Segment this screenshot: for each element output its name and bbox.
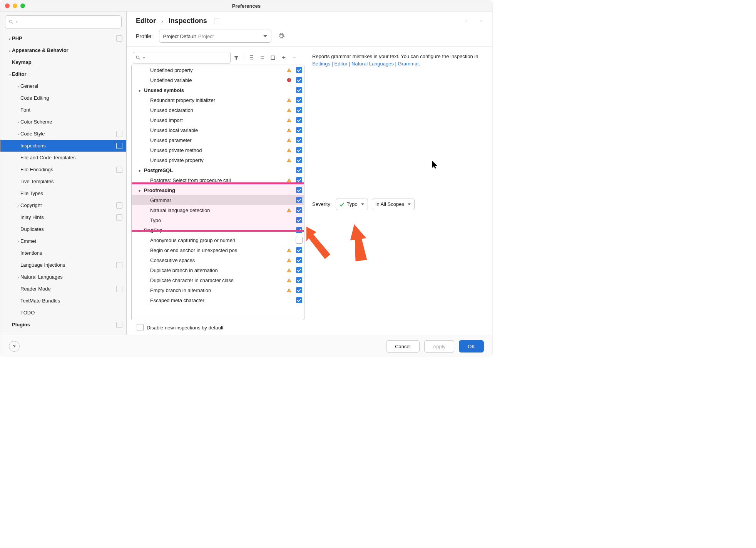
sidebar-search-input[interactable]: ▾ (5, 15, 122, 28)
inspection-enabled-checkbox[interactable] (296, 137, 302, 143)
apply-button[interactable]: Apply (424, 340, 455, 353)
inspection-enabled-checkbox[interactable] (296, 77, 302, 83)
inspection-group-proofreading[interactable]: Proofreading (132, 185, 304, 195)
inspection-enabled-checkbox[interactable] (296, 87, 302, 93)
sidebar-item-appearance-behavior[interactable]: ›Appearance & Behavior (0, 44, 126, 56)
inspection-item-grammar[interactable]: Grammar (132, 195, 304, 205)
inspection-item-escaped-meta-character[interactable]: Escaped meta character (132, 295, 304, 305)
inspection-enabled-checkbox[interactable] (296, 147, 302, 153)
inspection-enabled-checkbox[interactable] (296, 237, 303, 244)
sidebar-tree[interactable]: ›PHP›Appearance & BehaviorKeymap⌄Editor›… (0, 31, 126, 335)
inspection-item-natural-language-detection[interactable]: Natural language detection (132, 205, 304, 215)
inspection-enabled-checkbox[interactable] (296, 267, 302, 273)
inspection-enabled-checkbox[interactable] (296, 157, 302, 163)
inspection-item-redundant-property-initializer[interactable]: Redundant property initializer (132, 95, 304, 105)
sidebar-item-code-style[interactable]: ›Code Style (0, 128, 126, 140)
inspection-item-unused-private-property[interactable]: Unused private property (132, 155, 304, 165)
sidebar-item-duplicates[interactable]: Duplicates (0, 223, 126, 235)
ok-button[interactable]: OK (459, 340, 484, 353)
inspection-enabled-checkbox[interactable] (296, 277, 302, 283)
inspection-item-postgres-select-from-procedure-call[interactable]: Postgres: Select from procedure call (132, 175, 304, 185)
remove-icon[interactable]: − (289, 53, 299, 63)
reset-icon[interactable] (268, 53, 278, 63)
sidebar-item-copyright[interactable]: ›Copyright (0, 199, 126, 211)
inspection-enabled-checkbox[interactable] (296, 177, 302, 183)
severity-dropdown[interactable]: Typo (336, 199, 368, 210)
inspection-item-unused-parameter[interactable]: Unused parameter (132, 135, 304, 145)
sidebar-item-font[interactable]: Font (0, 104, 126, 116)
inspection-enabled-checkbox[interactable] (296, 247, 302, 253)
inspection-item-undefined-property[interactable]: Undefined property (132, 65, 304, 75)
inspection-enabled-checkbox[interactable] (296, 167, 302, 173)
sidebar-item-todo[interactable]: TODO (0, 307, 126, 319)
inspection-item-undefined-variable[interactable]: Undefined variable (132, 75, 304, 85)
sidebar-item-language-injections[interactable]: Language Injections (0, 259, 126, 271)
inspection-enabled-checkbox[interactable] (296, 127, 302, 133)
forward-button[interactable]: → (476, 17, 483, 25)
sidebar-item-emmet[interactable]: ›Emmet (0, 235, 126, 247)
inspection-item-unused-local-variable[interactable]: Unused local variable (132, 125, 304, 135)
inspection-enabled-checkbox[interactable] (296, 287, 302, 293)
inspection-enabled-checkbox[interactable] (296, 257, 302, 263)
zoom-window-button[interactable] (20, 3, 25, 8)
inspection-enabled-checkbox[interactable] (296, 97, 302, 103)
inspection-item-unused-import[interactable]: Unused import (132, 115, 304, 125)
expand-all-icon[interactable] (246, 53, 256, 63)
inspection-settings-link[interactable]: Settings | Editor | Natural Languages | … (312, 61, 419, 67)
sidebar-item-file-types[interactable]: File Types (0, 187, 126, 199)
inspection-item-typo[interactable]: Typo (132, 215, 304, 225)
breadcrumb-root[interactable]: Editor (136, 17, 156, 25)
sidebar-item-file-encodings[interactable]: File Encodings (0, 164, 126, 175)
inspection-item-unused-declaration[interactable]: Unused declaration (132, 105, 304, 115)
inspection-group-regexp[interactable]: RegExp (132, 225, 304, 235)
inspection-enabled-checkbox[interactable] (296, 207, 302, 213)
sidebar-item-color-scheme[interactable]: ›Color Scheme (0, 116, 126, 128)
close-window-button[interactable] (5, 3, 10, 8)
inspection-group-unused-symbols[interactable]: Unused symbols (132, 85, 304, 95)
minimize-window-button[interactable] (13, 3, 17, 8)
cancel-button[interactable]: Cancel (386, 340, 419, 353)
sidebar-item-plugins[interactable]: Plugins (0, 319, 126, 331)
inspection-item-unused-private-method[interactable]: Unused private method (132, 145, 304, 155)
sidebar-item-reader-mode[interactable]: Reader Mode (0, 283, 126, 295)
inspection-item-duplicate-branch-in-alternation[interactable]: Duplicate branch in alternation (132, 265, 304, 275)
filter-icon[interactable] (231, 53, 241, 63)
scope-dropdown[interactable]: In All Scopes (372, 199, 415, 210)
sidebar-item-keymap[interactable]: Keymap (0, 56, 126, 68)
sidebar-item-natural-languages[interactable]: ›Natural Languages (0, 271, 126, 283)
inspection-enabled-checkbox[interactable] (296, 227, 302, 233)
sidebar-item-textmate-bundles[interactable]: TextMate Bundles (0, 295, 126, 307)
sidebar-item-editor[interactable]: ⌄Editor (0, 68, 126, 80)
inspection-item-consecutive-spaces[interactable]: Consecutive spaces (132, 255, 304, 265)
inspections-search-input[interactable]: ▾ (133, 52, 231, 63)
inspection-enabled-checkbox[interactable] (296, 67, 302, 73)
reset-icon[interactable] (214, 18, 220, 24)
inspection-enabled-checkbox[interactable] (296, 197, 302, 203)
help-button[interactable]: ? (9, 341, 20, 352)
inspection-enabled-checkbox[interactable] (296, 187, 302, 193)
inspection-item-duplicate-character-in-character-class[interactable]: Duplicate character in character class (132, 275, 304, 285)
sidebar-item-inlay-hints[interactable]: Inlay Hints (0, 211, 126, 223)
sidebar-item-code-editing[interactable]: Code Editing (0, 92, 126, 104)
inspection-item-begin-or-end-anchor-in-unexpected-pos[interactable]: Begin or end anchor in unexpected pos (132, 245, 304, 255)
collapse-all-icon[interactable] (257, 53, 267, 63)
profile-dropdown[interactable]: Project Default Project (159, 30, 271, 43)
disable-new-inspections-checkbox[interactable] (137, 324, 144, 331)
sidebar-item-file-and-code-templates[interactable]: File and Code Templates (0, 152, 126, 164)
inspections-tree[interactable]: Undefined propertyUndefined variableUnus… (131, 65, 304, 320)
sidebar-item-inspections[interactable]: Inspections (0, 140, 126, 152)
sidebar-item-intentions[interactable]: Intentions (0, 247, 126, 259)
inspection-enabled-checkbox[interactable] (296, 297, 302, 303)
inspection-enabled-checkbox[interactable] (296, 107, 302, 113)
sidebar-item-general[interactable]: ›General (0, 80, 126, 92)
inspection-group-postgresql[interactable]: PostgreSQL (132, 165, 304, 175)
inspection-enabled-checkbox[interactable] (296, 117, 302, 123)
inspection-enabled-checkbox[interactable] (296, 217, 302, 223)
add-icon[interactable]: + (279, 53, 289, 63)
inspection-item-anonymous-capturing-group-or-numeri[interactable]: Anonymous capturing group or numeri (132, 235, 304, 245)
inspection-item-empty-branch-in-alternation[interactable]: Empty branch in alternation (132, 285, 304, 295)
sidebar-item-php[interactable]: ›PHP (0, 32, 126, 44)
gear-icon[interactable] (278, 32, 285, 40)
back-button[interactable]: ← (464, 17, 471, 25)
sidebar-item-live-templates[interactable]: Live Templates (0, 175, 126, 187)
